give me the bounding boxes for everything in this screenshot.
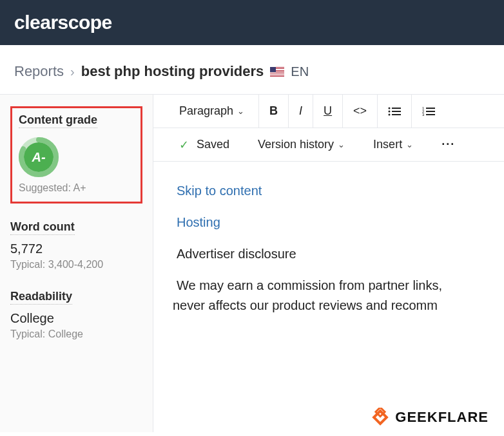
svg-rect-11 (426, 111, 435, 112)
document-body[interactable]: Skip to content Hosting Advertiser discl… (153, 162, 504, 316)
version-label: Version history (258, 138, 334, 151)
paragraph-style-dropdown[interactable]: Paragraph ⌄ (165, 95, 259, 128)
flag-us-icon (270, 67, 284, 77)
saved-status: ✓ Saved (165, 128, 244, 161)
chevron-down-icon: ⌄ (406, 140, 413, 149)
version-history-dropdown[interactable]: Version history ⌄ (244, 128, 359, 161)
svg-rect-13 (426, 114, 435, 115)
insert-label: Insert (373, 138, 402, 151)
grade-suggested: Suggested: A+ (19, 182, 134, 194)
content-grade-panel: Content grade A- Suggested: A+ (10, 106, 142, 204)
code-button[interactable]: <> (343, 95, 378, 128)
readability-title: Readability (10, 290, 72, 305)
paragraph-label: Paragraph (179, 104, 233, 118)
numbered-list-icon: 1 2 3 (422, 106, 435, 117)
svg-rect-5 (392, 111, 401, 112)
content-grade-title: Content grade (19, 113, 97, 128)
stats-sidebar: Content grade A- Suggested: A+ Word coun… (0, 95, 153, 432)
hosting-link[interactable]: Hosting (177, 213, 499, 232)
breadcrumb-lang: EN (291, 64, 309, 79)
document-toolbar: ✓ Saved Version history ⌄ Insert ⌄ ··· (153, 128, 504, 162)
formatting-toolbar: Paragraph ⌄ B I U <> 1 2 3 (153, 95, 504, 128)
readability-typical: Typical: College (10, 328, 142, 340)
bold-button[interactable]: B (259, 95, 289, 128)
underline-button[interactable]: U (313, 95, 343, 128)
svg-rect-9 (426, 108, 435, 109)
brand-logo: clearscope (14, 12, 112, 33)
app-header: clearscope (0, 0, 504, 45)
paragraph-line: We may earn a commission from partner li… (177, 276, 499, 296)
watermark-text: GEEKFLARE (395, 409, 489, 426)
breadcrumb-title: best php hosting providers (81, 63, 264, 80)
wordcount-value: 5,772 (10, 242, 142, 256)
check-icon: ✓ (179, 138, 189, 152)
svg-text:3: 3 (422, 113, 425, 117)
disclosure-text: Advertiser disclosure (177, 244, 499, 264)
breadcrumb-root[interactable]: Reports (14, 63, 64, 80)
numbered-list-button[interactable]: 1 2 3 (412, 95, 445, 128)
wordcount-title: Word count (10, 220, 75, 235)
insert-dropdown[interactable]: Insert ⌄ (359, 128, 427, 161)
italic-button[interactable]: I (289, 95, 313, 128)
chevron-down-icon: ⌄ (338, 140, 345, 149)
geekflare-watermark: GEEKFLARE (371, 408, 489, 427)
readability-value: College (10, 311, 142, 326)
grade-badge: A- (19, 137, 59, 177)
wordcount-typical: Typical: 3,400-4,200 (10, 259, 142, 270)
wordcount-panel: Word count 5,772 Typical: 3,400-4,200 (10, 220, 142, 270)
breadcrumb: Reports › best php hosting providers EN (0, 45, 504, 94)
saved-label: Saved (197, 138, 229, 151)
svg-rect-7 (392, 114, 401, 115)
skip-link[interactable]: Skip to content (177, 181, 499, 201)
more-menu[interactable]: ··· (427, 128, 469, 161)
bullet-list-icon (388, 106, 401, 117)
paragraph-line: never affects our product reviews and re… (173, 296, 499, 316)
grade-value: A- (24, 142, 53, 172)
chevron-down-icon: ⌄ (237, 106, 244, 116)
svg-point-2 (389, 107, 391, 109)
svg-rect-3 (392, 108, 401, 109)
readability-panel: Readability College Typical: College (10, 290, 142, 340)
bullet-list-button[interactable] (378, 95, 412, 128)
svg-point-4 (389, 110, 391, 112)
svg-point-6 (389, 113, 391, 115)
geekflare-icon (371, 408, 390, 427)
chevron-right-icon: › (70, 64, 75, 79)
editor-pane: Paragraph ⌄ B I U <> 1 2 3 (153, 95, 504, 432)
